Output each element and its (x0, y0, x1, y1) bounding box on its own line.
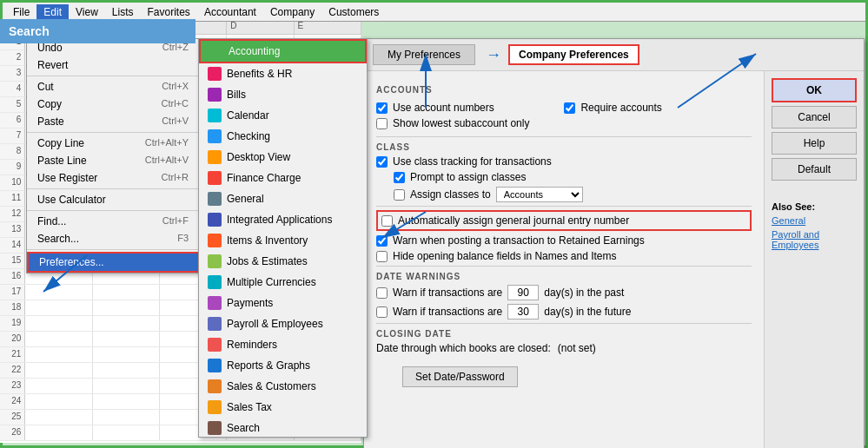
menu-customers[interactable]: Customers (321, 4, 386, 20)
benefits-icon (208, 67, 222, 81)
assign-classes-label: Assign classes to (410, 188, 491, 201)
desktop-icon (208, 150, 222, 164)
menu-favorites[interactable]: Favorites (141, 4, 197, 20)
date-warnings-label: DATE WARNINGS (376, 272, 752, 281)
menu-revert[interactable]: Revert (27, 56, 199, 74)
menu-accountant[interactable]: Accountant (197, 4, 263, 20)
preferences-panel: My Preferences → Company Preferences ACC… (363, 38, 865, 448)
acct-sales-tax[interactable]: Sales Tax (199, 397, 367, 418)
finance-icon (208, 171, 222, 185)
acct-accounting[interactable]: Accounting (199, 39, 367, 63)
menu-paste-line[interactable]: Paste LineCtrl+Alt+V (27, 152, 199, 169)
acct-checking[interactable]: Checking (199, 126, 367, 147)
class-section-label: CLASS (376, 142, 752, 152)
days-past-input[interactable] (507, 285, 539, 300)
cancel-button[interactable]: Cancel (772, 106, 857, 128)
calendar-icon (208, 109, 222, 122)
warn-past-prefix: Warn if transactions are (393, 287, 502, 299)
warn-retained-earnings-row: Warn when posting a transaction to Retai… (376, 234, 752, 247)
acct-bills[interactable]: Bills (199, 84, 367, 105)
acct-items-inventory[interactable]: Items & Inventory (199, 230, 367, 251)
acct-reports[interactable]: Reports & Graphs (199, 355, 367, 376)
acct-payments[interactable]: Payments (199, 293, 367, 313)
use-class-tracking-row: Use class tracking for transactions (376, 155, 752, 168)
hide-opening-checkbox[interactable] (376, 251, 388, 262)
menu-cut[interactable]: CutCtrl+X (27, 78, 199, 96)
show-lowest-row: Show lowest subaccount only (376, 117, 529, 129)
reports-icon (208, 359, 222, 372)
journal-entry-checkbox[interactable] (381, 215, 393, 227)
use-account-numbers-row: Use account numbers (376, 102, 529, 114)
acct-sales-customers[interactable]: Sales & Customers (199, 376, 367, 397)
use-account-numbers-label: Use account numbers (393, 102, 494, 114)
menu-find[interactable]: Find...Ctrl+F (27, 213, 199, 230)
search-icon (208, 421, 222, 435)
acct-general[interactable]: General (199, 188, 367, 209)
acct-finance-charge[interactable]: Finance Charge (199, 168, 367, 188)
days-future-input[interactable] (507, 304, 539, 320)
closing-date-row: Date through which books are closed: (no… (376, 342, 752, 354)
prompt-assign-checkbox[interactable] (394, 172, 405, 183)
acct-search[interactable]: Search (199, 418, 367, 438)
warn-future-prefix: Warn if transactions are (393, 306, 502, 318)
prompt-assign-classes-row: Prompt to assign classes (394, 171, 752, 183)
assign-classes-to-row: Assign classes to Accounts (394, 187, 752, 202)
help-button[interactable]: Help (772, 132, 857, 155)
preferences-content: ACCOUNTS Use account numbers Show lowest… (364, 71, 764, 448)
jobs-icon (208, 254, 222, 268)
also-see-general[interactable]: General (772, 215, 857, 226)
also-see-payroll[interactable]: Payroll and Employees (772, 229, 857, 250)
assign-classes-checkbox[interactable] (394, 189, 405, 201)
hide-opening-balance-row: Hide opening balance fields in Names and… (376, 250, 752, 262)
menu-paste[interactable]: PasteCtrl+V (27, 113, 199, 130)
menu-copy-line[interactable]: Copy LineCtrl+Alt+Y (27, 135, 199, 152)
integrated-icon (208, 213, 222, 227)
require-accounts-label: Require accounts (580, 102, 661, 114)
use-account-numbers-checkbox[interactable] (376, 102, 388, 114)
prompt-assign-label: Prompt to assign classes (410, 171, 526, 183)
assign-classes-dropdown[interactable]: Accounts (496, 187, 583, 202)
accounting-dropdown: Accounting Benefits & HR Bills Calendar … (198, 38, 368, 438)
ok-button[interactable]: OK (772, 78, 857, 102)
payroll-icon (208, 317, 222, 331)
menu-preferences[interactable]: Preferences... (27, 252, 199, 273)
buttons-sidebar: OK Cancel Help Default Also See: General… (764, 71, 864, 448)
menu-file[interactable]: File (6, 4, 36, 20)
warn-future-suffix: day(s) in the future (544, 306, 631, 318)
my-preferences-tab[interactable]: My Preferences (373, 44, 475, 65)
acct-integrated[interactable]: Integrated Applications (199, 209, 367, 230)
general-icon (208, 192, 222, 206)
journal-entry-label: Automatically assign general journal ent… (398, 214, 629, 227)
search-bar: Search (0, 19, 195, 43)
acct-jobs[interactable]: Jobs & Estimates (199, 251, 367, 272)
menu-search[interactable]: Search...F3 (27, 230, 199, 247)
acct-desktop-view[interactable]: Desktop View (199, 147, 367, 168)
warn-retained-checkbox[interactable] (376, 235, 388, 247)
search-label: Search (9, 24, 50, 38)
set-date-button[interactable]: Set Date/Password (402, 366, 518, 387)
menu-use-register[interactable]: Use RegisterCtrl+R (27, 169, 199, 187)
company-preferences-label[interactable]: Company Preferences (508, 44, 639, 65)
require-accounts-checkbox[interactable] (564, 102, 575, 114)
menu-company[interactable]: Company (263, 4, 321, 20)
acct-benefits-hr[interactable]: Benefits & HR (199, 63, 367, 84)
warn-past-checkbox[interactable] (376, 287, 388, 299)
menu-use-calculator[interactable]: Use Calculator (27, 191, 199, 208)
menu-edit[interactable]: Edit (36, 4, 69, 20)
edit-dropdown-menu: UndoCtrl+Z Revert CutCtrl+X CopyCtrl+C P… (26, 38, 200, 273)
use-class-tracking-checkbox[interactable] (376, 156, 388, 168)
accounting-icon (209, 44, 223, 58)
date-warning-past-row: Warn if transactions are day(s) in the p… (376, 285, 752, 300)
acct-payroll[interactable]: Payroll & Employees (199, 313, 367, 334)
warn-future-checkbox[interactable] (376, 306, 388, 318)
default-button[interactable]: Default (772, 158, 857, 181)
warn-past-suffix: day(s) in the past (544, 287, 624, 299)
menu-lists[interactable]: Lists (105, 4, 141, 20)
acct-calendar[interactable]: Calendar (199, 105, 367, 126)
menu-copy[interactable]: CopyCtrl+C (27, 96, 199, 113)
acct-currencies[interactable]: Multiple Currencies (199, 272, 367, 293)
show-lowest-checkbox[interactable] (376, 118, 388, 129)
acct-reminders[interactable]: Reminders (199, 334, 367, 355)
menu-view[interactable]: View (69, 4, 105, 20)
currencies-icon (208, 275, 222, 289)
